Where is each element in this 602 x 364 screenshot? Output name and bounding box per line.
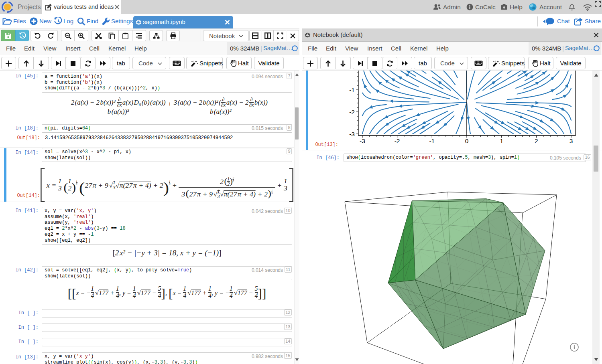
svg-text:2: 2 bbox=[535, 138, 538, 144]
svg-text:-1: -1 bbox=[429, 138, 435, 144]
svg-text:0: 0 bbox=[465, 138, 469, 144]
svg-text:-1: -1 bbox=[349, 87, 355, 93]
svg-text:-3: -3 bbox=[349, 131, 355, 138]
svg-text:1: 1 bbox=[500, 138, 503, 144]
svg-text:3: 3 bbox=[569, 138, 573, 144]
svg-text:-2: -2 bbox=[395, 138, 400, 144]
svg-text:-3: -3 bbox=[360, 138, 365, 144]
svg-text:-2: -2 bbox=[349, 109, 355, 115]
